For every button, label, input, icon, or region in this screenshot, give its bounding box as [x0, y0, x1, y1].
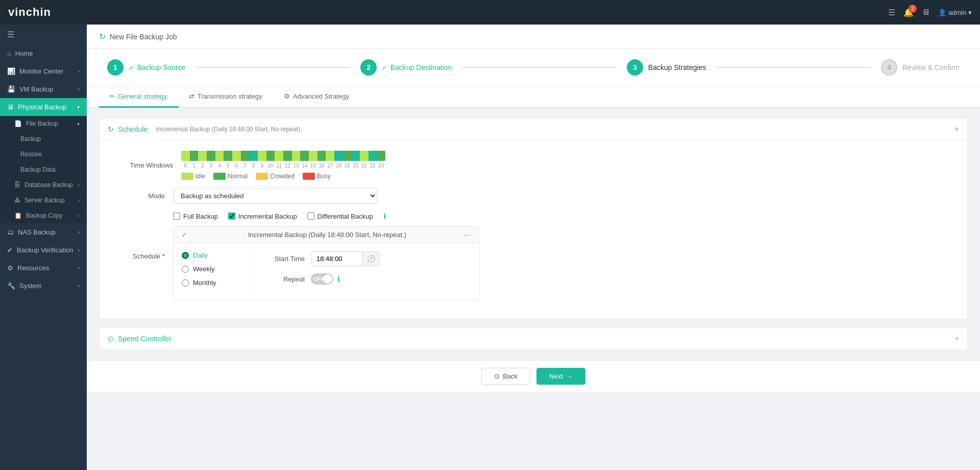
sidebar-label-file-backup: File Backup: [26, 120, 58, 127]
sidebar-item-home[interactable]: ⌂ Home: [0, 44, 87, 62]
transmission-tab-icon: ⇄: [189, 92, 194, 100]
back-label: Back: [503, 372, 518, 380]
time-seg-4: [215, 151, 224, 161]
mode-label: Mode: [112, 192, 173, 200]
idle-label: Idle: [195, 173, 205, 180]
freq-daily[interactable]: Daily: [182, 251, 243, 259]
sidebar-item-system[interactable]: 🔧 System ›: [0, 277, 87, 295]
sidebar-item-nas-backup[interactable]: 🗂 NAS Backup ›: [0, 223, 87, 241]
tab-general[interactable]: ✏ General strategy.: [99, 86, 179, 108]
arrow-icon-nas: ›: [78, 229, 80, 235]
time-seg-20: [351, 151, 360, 161]
sidebar-item-server-backup[interactable]: 🖧 Server Backup ›: [0, 193, 87, 208]
arrow-icon: ›: [78, 68, 80, 74]
time-seg-21: [360, 151, 369, 161]
hour-11: 11: [275, 163, 283, 169]
mode-select[interactable]: Backup as scheduled Manual Backup: [173, 188, 377, 204]
resources-icon: ⚙: [7, 264, 13, 272]
sub-schedule-collapse-icon[interactable]: —: [464, 231, 471, 239]
notification-icon[interactable]: ☰: [888, 8, 895, 17]
speed-expand-icon[interactable]: +: [954, 334, 959, 343]
monitor-center-icon: 📊: [7, 67, 15, 75]
repeat-row: Repeat OFF ℹ: [264, 273, 471, 285]
time-windows-row: Time Windows: [112, 151, 955, 180]
next-button[interactable]: Next →: [536, 368, 585, 385]
incremental-checkbox[interactable]: [228, 213, 235, 220]
sidebar-item-file-backup[interactable]: 📄 File Backup ▾: [0, 116, 87, 131]
sidebar-item-backup-data[interactable]: Backup Data: [0, 162, 87, 177]
time-seg-1: [190, 151, 199, 161]
sidebar: ☰ ⌂ Home 📊 Monitor Center › 💾 VM Backup …: [0, 25, 87, 470]
strategy-tabs: ✏ General strategy. ⇄ Transmission strat…: [87, 86, 980, 108]
alert-icon[interactable]: 🔔 2: [903, 8, 914, 17]
hour-7: 7: [241, 163, 250, 169]
sidebar-item-vm-backup[interactable]: 💾 VM Backup ›: [0, 80, 87, 98]
sidebar-item-resources[interactable]: ⚙ Resources ›: [0, 259, 87, 277]
speed-controller-header[interactable]: ⊙ Speed Controller +: [100, 328, 967, 349]
sidebar-item-restore[interactable]: Restore: [0, 147, 87, 162]
freq-weekly-radio[interactable]: [182, 266, 189, 273]
sidebar-label-vm: VM Backup: [19, 85, 53, 93]
schedule-row: Schedule Full Backup Incremental Backup: [112, 212, 955, 300]
logo: vinchin: [8, 6, 51, 19]
sub-schedule: ✓ Incremental Backup (Daily 18:48:00 Sta…: [173, 226, 479, 300]
tab-transmission[interactable]: ⇄ Transmission strategy.: [179, 86, 274, 108]
hour-5: 5: [224, 163, 232, 169]
topnav: vinchin ☰ 🔔 2 🖥 👤 admin ▾: [0, 0, 980, 25]
time-seg-19: [343, 151, 352, 161]
tab-advanced[interactable]: ⚙ Advanced Strategy: [274, 86, 359, 108]
advanced-tab-label: Advanced Strategy: [293, 92, 349, 100]
step-circle-2: 2: [360, 59, 377, 76]
schedule-expand-icon[interactable]: +: [954, 125, 959, 134]
time-seg-12: [283, 151, 292, 161]
step-1-text: Backup Source: [137, 63, 186, 72]
schedule-icon: ↻: [108, 125, 114, 133]
freq-weekly[interactable]: Weekly: [182, 265, 243, 273]
hour-13: 13: [292, 163, 301, 169]
time-repeat-section: Start Time 🕐 Repeat: [253, 251, 471, 292]
nas-icon: 🗂: [7, 228, 14, 236]
start-time-input[interactable]: [311, 252, 362, 266]
sidebar-item-backup[interactable]: Backup: [0, 131, 87, 147]
clock-icon[interactable]: 🕐: [362, 252, 379, 266]
system-icon: 🔧: [7, 282, 15, 290]
user-menu[interactable]: 👤 admin ▾: [938, 9, 972, 16]
schedule-card-header[interactable]: ↻ Schedule Incremental Backup (Daily 18:…: [100, 119, 967, 140]
full-backup-checkbox[interactable]: [173, 213, 180, 220]
sidebar-item-database-backup[interactable]: 🗄 Database Backup ›: [0, 177, 87, 193]
repeat-toggle[interactable]: OFF: [311, 273, 333, 285]
physical-backup-icon: 🖥: [7, 103, 14, 111]
hour-1: 1: [190, 163, 199, 169]
sidebar-label-backup-data: Backup Data: [20, 166, 56, 173]
freq-monthly[interactable]: Monthly: [182, 279, 243, 287]
sidebar-item-backup-verification[interactable]: ✔ Backup Verification ›: [0, 241, 87, 259]
sidebar-item-backup-copy[interactable]: 📋 Backup Copy ›: [0, 208, 87, 223]
hour-2: 2: [198, 163, 207, 169]
page-header: ↻ New File Backup Job: [87, 25, 980, 49]
back-button[interactable]: ⊙ Back: [481, 368, 530, 385]
sidebar-item-physical-backup[interactable]: 🖥 Physical Backup ▾: [0, 98, 87, 116]
step-4-text: Review & Confirm: [902, 63, 960, 72]
sidebar-item-monitor[interactable]: 📊 Monitor Center ›: [0, 62, 87, 80]
repeat-info-icon[interactable]: ℹ: [337, 275, 340, 283]
speed-controller-card: ⊙ Speed Controller +: [99, 327, 968, 350]
full-backup-checkbox-label[interactable]: Full Backup: [173, 213, 218, 220]
toggle-wrap: OFF ℹ: [311, 273, 340, 285]
freq-daily-radio[interactable]: [182, 252, 189, 259]
hour-9: 9: [258, 163, 266, 169]
freq-monthly-radio[interactable]: [182, 279, 189, 287]
time-bar-container: 0 1 2 3 4 5 6 7 8 9 10 1: [181, 151, 955, 180]
time-bar-labels: 0 1 2 3 4 5 6 7 8 9 10 1: [181, 163, 385, 169]
schedule-info-icon[interactable]: ℹ: [383, 212, 386, 220]
incremental-checkbox-label[interactable]: Incremental Backup: [228, 213, 297, 220]
sidebar-label-home: Home: [15, 50, 33, 57]
hour-0: 0: [181, 163, 190, 169]
time-seg-17: [326, 151, 334, 161]
layout: ☰ ⌂ Home 📊 Monitor Center › 💾 VM Backup …: [0, 25, 980, 470]
time-windows-label: Time Windows: [112, 161, 173, 169]
differential-checkbox[interactable]: [307, 213, 314, 220]
time-seg-10: [266, 151, 275, 161]
monitor-icon[interactable]: 🖥: [922, 8, 930, 17]
differential-checkbox-label[interactable]: Differential Backup: [307, 213, 373, 220]
sidebar-toggle[interactable]: ☰: [0, 25, 87, 44]
